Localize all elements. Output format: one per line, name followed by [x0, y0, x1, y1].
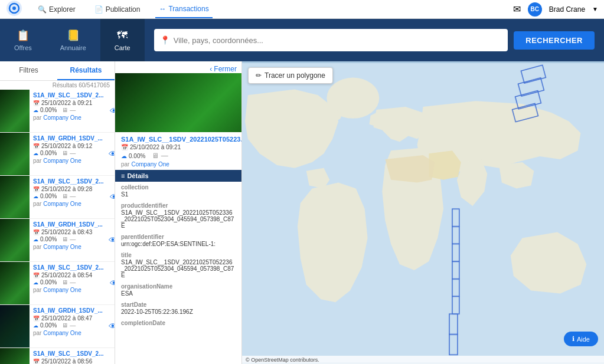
eye-icon[interactable]: 👁: [106, 219, 115, 261]
result-info: S1A_IW_GRDH_1SDV_... 📅 25/10/2022 à 08:4…: [30, 219, 106, 261]
eye-icon[interactable]: 👁: [107, 176, 115, 218]
map-panel: ✏ Tracer un polygone ℹ Aide © OpenStreet…: [242, 61, 604, 364]
detail-cloud-value: 0.00%: [129, 153, 145, 159]
company-name[interactable]: Company One: [43, 287, 81, 293]
screen-icon: 🖥 —: [62, 322, 76, 329]
result-thumbnail: [0, 176, 30, 218]
result-info: S1A_IW_SLC__1SDV_2... 📅 25/10/2022 à 09:…: [30, 90, 107, 132]
par-label: par: [121, 161, 129, 168]
nav-publication[interactable]: 📄 Publication: [91, 0, 144, 18]
eye-icon[interactable]: 👁: [107, 90, 115, 132]
result-company: par Company One: [33, 287, 104, 293]
cloud-icon: ☁: [33, 280, 38, 286]
tab-carte[interactable]: 🗺 Carte: [100, 19, 145, 61]
copy-icon: 🖥 —: [152, 152, 168, 160]
field-label: parentIdentifier: [121, 234, 236, 240]
field-label: productIdentifier: [121, 202, 236, 209]
screen-icon: 🖥 —: [62, 279, 76, 286]
result-item[interactable]: S1A_IW_SLC__1SDV_2... 📅 25/10/2022 à 09:…: [0, 90, 115, 133]
pencil-icon: ✏: [256, 71, 262, 80]
eye-icon[interactable]: 👁: [107, 262, 115, 304]
field-value: S1A_IW_SLC__1SDV_20221025T052336_2022102…: [121, 209, 236, 229]
result-item[interactable]: S1A_IW_SLC__1SDV_2... 📅 25/10/2022 à 08:…: [0, 348, 115, 364]
result-list: S1A_IW_SLC__1SDV_2... 📅 25/10/2022 à 09:…: [0, 90, 115, 364]
cloud-value: 0.00%: [40, 236, 57, 242]
result-date: 📅 25/10/2022 à 08:56: [33, 358, 104, 364]
main-layout: Filtres Résultats Résultats 60/5417065 S…: [0, 61, 604, 364]
nav-publication-label: Publication: [106, 5, 141, 14]
user-chevron-icon: ▼: [592, 6, 598, 12]
tab-annuaire-label: Annuaire: [60, 44, 86, 51]
company-name[interactable]: Company One: [43, 330, 81, 336]
results-count: Résultats 60/5417065: [0, 81, 115, 90]
nav-transactions-label: Transactions: [168, 5, 208, 13]
cloud-icon: ☁: [33, 150, 38, 156]
result-date: 📅 25/10/2022 à 09:21: [33, 100, 104, 106]
tab-resultats[interactable]: Résultats: [57, 61, 115, 80]
result-item[interactable]: S1A_IW_GRDH_1SDV_... 📅 25/10/2022 à 08:4…: [0, 305, 115, 348]
help-label: Aide: [577, 336, 590, 343]
detail-company[interactable]: Company One: [131, 161, 169, 168]
result-thumbnail: [0, 219, 30, 261]
result-company: par Company One: [33, 158, 103, 164]
top-nav: 🔍 Explorer 📄 Publication ↔ Transactions …: [0, 0, 604, 19]
cal-icon: 📅: [33, 359, 40, 365]
date-value: 25/10/2022 à 09:28: [41, 186, 92, 192]
date-value: 25/10/2022 à 08:54: [41, 272, 92, 278]
eye-icon[interactable]: 👁: [107, 348, 115, 364]
close-btn-row: ‹ Fermer: [115, 61, 241, 73]
detail-field: parentIdentifier urn:ogc:def:EOP:ESA:SEN…: [115, 231, 241, 250]
tab-offres-label: Offres: [14, 44, 32, 51]
trace-polygon-label: Tracer un polygone: [265, 71, 325, 80]
detail-date: 📅 25/10/2022 à 09:21: [115, 144, 241, 150]
close-button[interactable]: ‹ Fermer: [210, 65, 237, 73]
cal-icon: 📅: [33, 100, 40, 106]
detail-field: organisationName ESA: [115, 281, 241, 299]
detail-field: collection S1: [115, 182, 241, 200]
company-name[interactable]: Company One: [43, 114, 81, 121]
mail-icon[interactable]: ✉: [513, 4, 521, 15]
company-name[interactable]: Company One: [43, 201, 81, 207]
eye-icon[interactable]: 👁: [106, 305, 115, 347]
screen-icon: 🖥 —: [62, 107, 76, 113]
detail-field: startDate 2022-10-25T05:22:36.196Z: [115, 299, 241, 317]
cloud-icon: ☁: [121, 153, 127, 159]
result-item[interactable]: S1A_IW_GRDH_1SDV_... 📅 25/10/2022 à 09:1…: [0, 133, 115, 176]
result-date: 📅 25/10/2022 à 08:43: [33, 229, 103, 235]
result-item[interactable]: S1A_IW_SLC__1SDV_2... 📅 25/10/2022 à 09:…: [0, 176, 115, 219]
nav-explorer[interactable]: 🔍 Explorer: [34, 0, 79, 18]
result-thumbnail: [0, 133, 30, 175]
date-value: 25/10/2022 à 09:21: [41, 100, 92, 106]
eye-icon[interactable]: 👁: [106, 133, 115, 175]
detail-cloud: ☁ 0.00% 🖥 —: [115, 150, 241, 161]
publication-icon: 📄: [94, 5, 103, 14]
result-date: 📅 25/10/2022 à 09:12: [33, 143, 103, 149]
field-value: S1A_IW_SLC__1SDV_20221025T052236_2022102…: [121, 259, 236, 278]
help-button[interactable]: ℹ Aide: [564, 332, 598, 346]
details-icon: ≡: [121, 172, 125, 179]
cal-icon: 📅: [33, 186, 40, 192]
result-info: S1A_IW_SLC__1SDV_2... 📅 25/10/2022 à 09:…: [30, 176, 107, 218]
result-thumbnail: [0, 262, 30, 304]
search-button[interactable]: RECHERCHER: [514, 31, 595, 50]
user-name[interactable]: Brad Crane: [549, 5, 585, 14]
company-name[interactable]: Company One: [43, 244, 81, 250]
cloud-value: 0.00%: [40, 193, 57, 199]
nav-transactions[interactable]: ↔ Transactions: [155, 0, 212, 18]
trace-polygon-button[interactable]: ✏ Tracer un polygone: [248, 67, 333, 84]
cloud-icon: ☁: [33, 194, 38, 199]
tab-annuaire[interactable]: 📒 Annuaire: [46, 19, 100, 61]
offres-icon: 📋: [17, 29, 30, 42]
user-badge: BC: [528, 2, 542, 17]
detail-date-value: 25/10/2022 à 09:21: [130, 144, 181, 150]
tab-offres[interactable]: 📋 Offres: [0, 19, 46, 61]
result-item[interactable]: S1A_IW_SLC__1SDV_2... 📅 25/10/2022 à 08:…: [0, 262, 115, 305]
company-name[interactable]: Company One: [43, 158, 81, 164]
result-date: 📅 25/10/2022 à 08:54: [33, 272, 104, 278]
result-company: par Company One: [33, 114, 104, 121]
top-nav-right: ✉ BC Brad Crane ▼: [513, 2, 598, 17]
tab-filtres[interactable]: Filtres: [0, 61, 57, 80]
search-bar: 📍: [154, 29, 508, 51]
result-item[interactable]: S1A_IW_GRDH_1SDV_... 📅 25/10/2022 à 08:4…: [0, 219, 115, 262]
search-input[interactable]: [174, 36, 502, 45]
